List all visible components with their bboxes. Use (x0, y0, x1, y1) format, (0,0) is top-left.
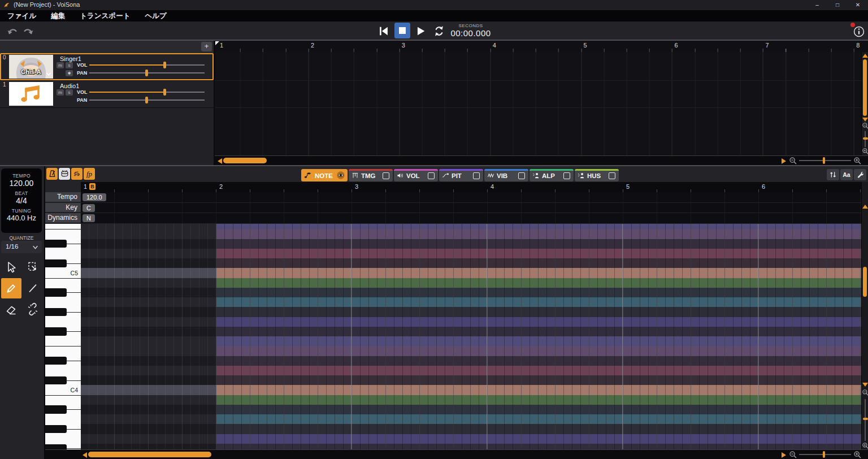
condition-row-label[interactable]: Tempo (45, 192, 81, 202)
play-button[interactable] (413, 24, 428, 38)
scroll-down-arrow[interactable] (862, 118, 868, 122)
minimize-button[interactable]: – (807, 0, 827, 10)
piano-roll-vertical-scrollbar[interactable] (861, 182, 868, 449)
menu-item[interactable]: ヘルプ (137, 10, 173, 21)
horizontal-zoom-slider[interactable] (799, 454, 851, 455)
arrange-vscroll-thumb[interactable] (863, 59, 867, 116)
zoom-in-vertical-icon[interactable] (862, 148, 868, 155)
mute-button[interactable]: m (57, 89, 64, 96)
param-tab-checkbox[interactable] (473, 172, 480, 179)
piano-key-black[interactable] (45, 240, 67, 248)
piano-roll-horizontal-scrollbar[interactable] (45, 449, 868, 459)
quantize-dropdown[interactable]: 1/16 (1, 241, 42, 253)
menu-item[interactable]: トランスポート (72, 10, 137, 21)
metronome-toggle-button[interactable] (46, 168, 58, 180)
piano-roll-ruler[interactable]: B 123456 (81, 182, 861, 193)
maximize-button[interactable]: □ (827, 0, 848, 10)
arrange-vertical-scrollbar[interactable] (861, 52, 868, 155)
piano-roll-vscroll-thumb[interactable] (863, 267, 867, 297)
track-name[interactable]: Audio1 (60, 83, 79, 89)
pan-slider-handle[interactable] (145, 97, 148, 103)
zoom-out-horizontal-icon[interactable] (789, 157, 797, 165)
zoom-out-vertical-icon[interactable] (862, 122, 868, 129)
param-tab-note[interactable]: NOTE (301, 169, 348, 181)
horizontal-zoom-handle[interactable] (823, 451, 825, 458)
arrange-timeline-ruler[interactable]: 12345678 (215, 41, 868, 53)
pan-slider[interactable] (89, 70, 205, 76)
piano-key-black[interactable] (45, 327, 67, 335)
solo-button[interactable]: s (66, 89, 73, 96)
track-row[interactable]: 1Audio1msVOLPAN (0, 80, 214, 108)
pencil-tool-button[interactable] (1, 278, 21, 298)
param-tab-checkbox[interactable] (383, 172, 389, 179)
piano-roll-hscroll-thumb[interactable] (88, 452, 211, 457)
pan-slider-handle[interactable] (145, 70, 148, 76)
zoom-out-vertical-icon[interactable] (862, 389, 868, 396)
horizontal-zoom-slider[interactable] (799, 160, 851, 161)
param-tab-checkbox[interactable] (518, 172, 525, 179)
style-button[interactable]: ∗ (66, 70, 73, 76)
add-track-button[interactable]: + (201, 42, 212, 51)
param-tab-checkbox[interactable] (609, 172, 615, 179)
condition-row-label[interactable]: Key (45, 203, 81, 213)
piano-keyboard[interactable]: C5C4 (45, 224, 81, 449)
piano-key-black[interactable] (45, 288, 67, 296)
stop-button[interactable] (394, 23, 410, 38)
zoom-in-horizontal-icon[interactable] (853, 157, 862, 165)
loop-button[interactable] (431, 24, 447, 38)
redo-button[interactable] (21, 25, 35, 36)
param-tab-hus[interactable]: HUS (575, 169, 619, 181)
zoom-out-horizontal-icon[interactable] (789, 451, 797, 459)
mute-button[interactable]: m (57, 62, 64, 68)
piano-roll-grid[interactable] (81, 224, 861, 449)
vol-slider-handle[interactable] (163, 62, 166, 68)
menu-item[interactable]: 編集 (44, 10, 72, 21)
scroll-down-arrow[interactable] (862, 383, 868, 387)
transpose-button[interactable] (827, 169, 839, 180)
lyric-font-button[interactable]: Aa (840, 169, 853, 180)
menu-item[interactable]: ファイル (0, 10, 44, 21)
arrange-grid[interactable] (215, 52, 861, 155)
drum-toggle-button[interactable] (59, 168, 70, 180)
condition-value-chip[interactable]: 120.0 (83, 193, 106, 201)
condition-row-key[interactable]: C (81, 203, 861, 214)
track-name[interactable]: Singer1 (60, 55, 81, 62)
arrange-hscroll-thumb[interactable] (223, 158, 267, 163)
visibility-eye-icon[interactable] (336, 171, 345, 181)
audio-thumbnail[interactable] (9, 82, 53, 106)
piano-key-black[interactable] (45, 259, 67, 267)
piano-key-black[interactable] (45, 444, 67, 449)
vertical-zoom-handle[interactable] (863, 418, 868, 420)
arrange-horizontal-scrollbar[interactable] (215, 155, 868, 166)
condition-row-tempo[interactable]: 120.0 (81, 192, 861, 203)
scroll-up-arrow[interactable] (862, 205, 868, 209)
vol-slider[interactable] (89, 89, 205, 96)
condition-row-label[interactable]: Dynamics (45, 213, 81, 223)
param-tab-tmg[interactable]: TMG (349, 169, 393, 181)
vol-slider-handle[interactable] (163, 89, 166, 96)
param-tab-vib[interactable]: VIB (484, 169, 528, 181)
vertical-zoom-slider[interactable] (865, 399, 866, 441)
skip-to-start-button[interactable] (376, 24, 392, 38)
param-tab-checkbox[interactable] (563, 172, 570, 179)
pan-slider[interactable] (89, 97, 205, 103)
piano-key-black[interactable] (45, 376, 67, 384)
scroll-right-arrow[interactable] (782, 158, 786, 164)
marquee-tool-button[interactable] (23, 257, 43, 278)
param-tab-alp[interactable]: ALP (530, 169, 574, 181)
piano-key-black[interactable] (45, 308, 67, 316)
settings-wrench-button[interactable] (854, 169, 866, 180)
song-settings-box[interactable]: TEMPO 120.00 BEAT 4/4 TUNING 440.0 Hz (1, 168, 42, 233)
line-tool-button[interactable] (23, 278, 43, 298)
dynamics-toggle-button[interactable]: fp (84, 168, 95, 180)
info-button[interactable] (852, 25, 866, 38)
condition-value-chip[interactable]: N (83, 214, 95, 222)
piano-key-black[interactable] (45, 405, 67, 413)
accidental-toggle-button[interactable]: ♯♭ (71, 168, 83, 180)
scroll-right-arrow[interactable] (782, 452, 786, 458)
condition-value-chip[interactable]: C (83, 204, 95, 212)
scroll-left-arrow[interactable] (218, 158, 222, 164)
solo-button[interactable]: s (66, 62, 73, 68)
piano-key-black[interactable] (45, 357, 67, 365)
piano-key-black[interactable] (45, 425, 67, 433)
